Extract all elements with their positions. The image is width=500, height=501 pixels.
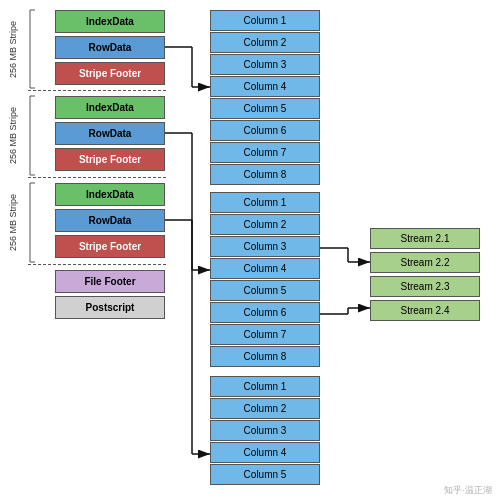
stripe-1-index: IndexData bbox=[55, 10, 165, 33]
stripe1-col2: Column 2 bbox=[210, 32, 320, 53]
stream-2-2: Stream 2.2 bbox=[370, 252, 480, 273]
stripe2-col1: Column 1 bbox=[210, 192, 320, 213]
stripe2-col5: Column 5 bbox=[210, 280, 320, 301]
file-footer: File Footer bbox=[55, 270, 165, 293]
stripe1-col3: Column 3 bbox=[210, 54, 320, 75]
stripe1-col8: Column 8 bbox=[210, 164, 320, 185]
stripe3-col2: Column 2 bbox=[210, 398, 320, 419]
stripe1-col7: Column 7 bbox=[210, 142, 320, 163]
stripe2-col6: Column 6 bbox=[210, 302, 320, 323]
stripe2-col8: Column 8 bbox=[210, 346, 320, 367]
stripe3-col1: Column 1 bbox=[210, 376, 320, 397]
stripe1-col1: Column 1 bbox=[210, 10, 320, 31]
stripe1-col6: Column 6 bbox=[210, 120, 320, 141]
stripe-3-row: RowData bbox=[55, 209, 165, 232]
stream-2-1: Stream 2.1 bbox=[370, 228, 480, 249]
stripe2-col3: Column 3 bbox=[210, 236, 320, 257]
stripe-3-footer: Stripe Footer bbox=[55, 235, 165, 258]
stripe2-col7: Column 7 bbox=[210, 324, 320, 345]
stripe-2-row: RowData bbox=[55, 122, 165, 145]
stripe-1-label: 256 MB Stripe bbox=[8, 12, 18, 86]
stream-2-3: Stream 2.3 bbox=[370, 276, 480, 297]
stripe2-col2: Column 2 bbox=[210, 214, 320, 235]
stripe-3-index: IndexData bbox=[55, 183, 165, 206]
stripe2-col4: Column 4 bbox=[210, 258, 320, 279]
stripe-1-row: RowData bbox=[55, 36, 165, 59]
stripe-2-footer: Stripe Footer bbox=[55, 148, 165, 171]
stream-2-4: Stream 2.4 bbox=[370, 300, 480, 321]
stripe-3-label: 256 MB Stripe bbox=[8, 185, 18, 259]
stripe3-col5: Column 5 bbox=[210, 464, 320, 485]
diagram: IndexData RowData Stripe Footer 256 MB S… bbox=[0, 0, 500, 501]
watermark: 知乎·温正湖 bbox=[444, 484, 492, 497]
postscript: Postscript bbox=[55, 296, 165, 319]
stripe-1-footer: Stripe Footer bbox=[55, 62, 165, 85]
stripe-2-label: 256 MB Stripe bbox=[8, 98, 18, 172]
stripe3-col3: Column 3 bbox=[210, 420, 320, 441]
stripe-2-index: IndexData bbox=[55, 96, 165, 119]
stripe1-col4: Column 4 bbox=[210, 76, 320, 97]
stripe3-col4: Column 4 bbox=[210, 442, 320, 463]
stripe1-col5: Column 5 bbox=[210, 98, 320, 119]
